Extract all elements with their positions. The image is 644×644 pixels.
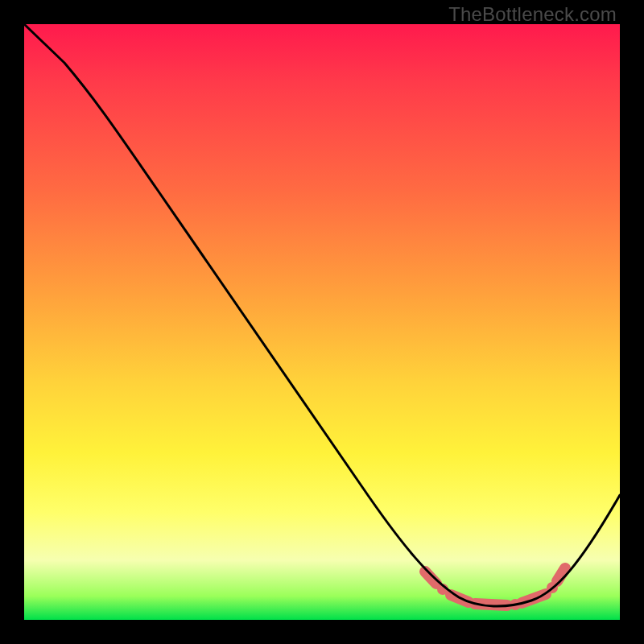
- chart-frame: TheBottleneck.com: [0, 0, 644, 644]
- plot-area: [24, 24, 620, 620]
- bottleneck-curve-path: [24, 24, 620, 606]
- curve-svg: [24, 24, 620, 620]
- watermark-text: TheBottleneck.com: [448, 3, 617, 26]
